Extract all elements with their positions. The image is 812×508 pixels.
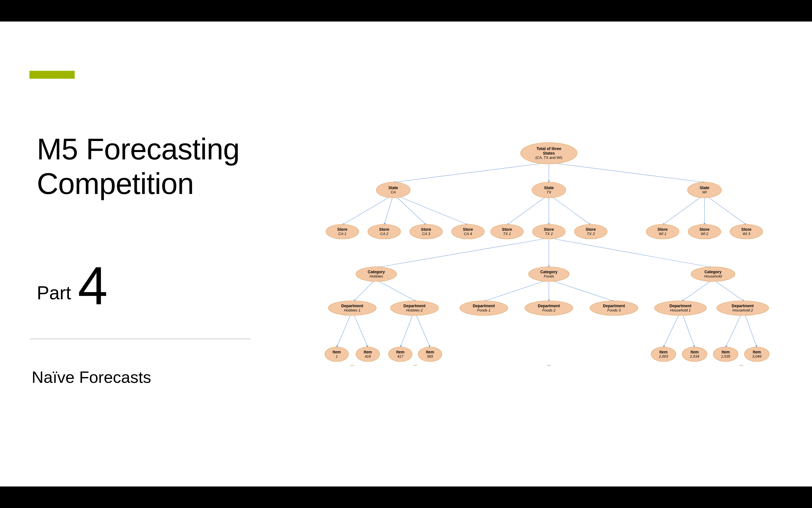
link-ca-ca1	[342, 197, 390, 225]
svg-text:CA 4: CA 4	[464, 231, 472, 236]
title-line-2: Competition	[37, 167, 194, 200]
svg-text:Item: Item	[333, 350, 341, 354]
svg-text:Category: Category	[368, 269, 385, 274]
slide: M5 Forecasting Competition Part 4 Naïve …	[0, 22, 812, 486]
svg-text:Hobbies: Hobbies	[370, 274, 383, 278]
node-store-ca2: Store CA 2	[368, 224, 400, 239]
root-line2: States	[543, 151, 555, 156]
link-tx2-household	[555, 239, 712, 267]
link-ca-ca2	[384, 197, 393, 225]
svg-text:TX 2: TX 2	[545, 231, 553, 236]
link-h1-item1	[337, 315, 350, 347]
node-item-2535: Item 2,535	[713, 347, 738, 362]
link-ca-ca3	[396, 197, 426, 225]
svg-text:Item: Item	[364, 350, 372, 354]
node-store-tx2: Store TX 2	[532, 224, 565, 239]
node-item-565: Item 565	[418, 347, 442, 362]
svg-text:Store: Store	[741, 227, 752, 231]
svg-text:Hobbies 1: Hobbies 1	[344, 308, 361, 312]
svg-text:CA 2: CA 2	[380, 231, 388, 236]
link-root-wi	[549, 163, 705, 182]
ellipsis-2: ...	[413, 362, 417, 367]
svg-text:565: 565	[427, 354, 433, 358]
node-item-1: Item 1	[325, 347, 348, 362]
svg-text:3,049: 3,049	[752, 354, 762, 358]
svg-text:Item: Item	[396, 350, 404, 354]
node-store-wi3: Store WI 3	[730, 224, 763, 239]
link-hobbies-h2	[379, 282, 416, 301]
node-item-417: Item 417	[388, 347, 412, 362]
svg-text:Foods 2: Foods 2	[542, 308, 556, 312]
svg-text:Department: Department	[341, 303, 363, 308]
svg-text:State: State	[700, 185, 709, 190]
svg-text:Store: Store	[658, 227, 668, 231]
node-dept-hh1: Department Household 1	[655, 301, 707, 315]
node-store-wi2: Store WI 2	[688, 224, 721, 239]
node-cat-household: Category Household	[691, 267, 735, 282]
node-store-ca3: Store CA 3	[410, 224, 442, 239]
node-store-ca1: Store CA 1	[326, 224, 359, 239]
svg-text:TX 3: TX 3	[587, 231, 595, 236]
part-label: Part	[37, 282, 71, 303]
node-item-3049: Item 3,049	[745, 347, 769, 362]
node-store-wi1: Store WI 1	[646, 224, 679, 239]
node-item-2003: Item 2,003	[651, 347, 676, 362]
node-dept-f1: Department Foods 1	[460, 301, 508, 315]
link-h2-item417	[400, 315, 413, 347]
node-dept-h2: Department Hobbies 2	[390, 301, 438, 315]
link-hobbies-h1	[354, 282, 374, 301]
svg-text:CA 3: CA 3	[422, 231, 430, 236]
divider-line	[30, 339, 251, 339]
link-tx-tx3	[552, 197, 591, 225]
slide-subtitle: Naïve Forecasts	[32, 368, 151, 386]
node-store-tx1: Store TX 1	[491, 224, 523, 239]
hierarchy-diagram: Total of three States (CA, TX and WI) St…	[317, 140, 781, 390]
link-foods-f1	[484, 282, 543, 301]
svg-text:Category: Category	[540, 269, 558, 274]
link-hh2-item2535	[726, 315, 741, 347]
root-line3: (CA, TX and WI)	[535, 156, 562, 160]
accent-bar	[30, 71, 75, 79]
svg-text:Store: Store	[502, 227, 512, 231]
svg-text:Department: Department	[732, 303, 754, 308]
node-root: Total of three States (CA, TX and WI)	[521, 142, 577, 164]
node-state-wi: State WI	[687, 182, 721, 198]
link-wi-wi1	[663, 197, 702, 225]
link-root-ca	[393, 163, 549, 182]
title-line-1: M5 Forecasting	[37, 132, 240, 166]
node-dept-hh2: Department Household 2	[717, 301, 769, 315]
svg-text:WI 3: WI 3	[743, 231, 750, 236]
svg-text:State: State	[388, 185, 398, 190]
svg-text:TX: TX	[546, 190, 552, 194]
ellipsis-3: ...	[547, 362, 551, 367]
svg-text:WI 1: WI 1	[659, 231, 667, 236]
link-h2-item565	[417, 315, 430, 347]
svg-text:WI: WI	[702, 190, 707, 194]
svg-text:Store: Store	[700, 227, 710, 231]
svg-text:Store: Store	[379, 227, 389, 231]
link-hh1-item2003	[663, 315, 678, 347]
node-dept-h1: Department Hobbies 1	[328, 301, 376, 315]
node-dept-f2: Department Foods 2	[525, 301, 573, 315]
svg-text:Category: Category	[705, 269, 722, 274]
node-item-2534: Item 2,534	[682, 347, 707, 362]
link-ca-ca4	[399, 197, 468, 225]
svg-text:Department: Department	[403, 303, 426, 308]
part-number: 4	[78, 259, 108, 312]
svg-text:Foods 1: Foods 1	[477, 308, 491, 312]
svg-text:Household: Household	[704, 274, 722, 278]
svg-text:Item: Item	[426, 350, 434, 354]
link-tx-tx1	[507, 197, 546, 225]
link-household-hh2	[716, 282, 744, 301]
svg-text:416: 416	[365, 354, 371, 358]
svg-text:1: 1	[336, 354, 338, 358]
link-hh1-item2534	[683, 315, 695, 347]
svg-text:Store: Store	[337, 227, 347, 231]
svg-text:Hobbies 2: Hobbies 2	[406, 308, 423, 312]
ellipsis-4: ...	[739, 362, 743, 367]
node-state-ca: State CA	[376, 182, 410, 198]
svg-text:Department: Department	[538, 303, 560, 308]
link-household-hh1	[682, 282, 710, 301]
svg-text:Item: Item	[660, 350, 668, 354]
link-tx2-hobbies	[378, 239, 543, 267]
